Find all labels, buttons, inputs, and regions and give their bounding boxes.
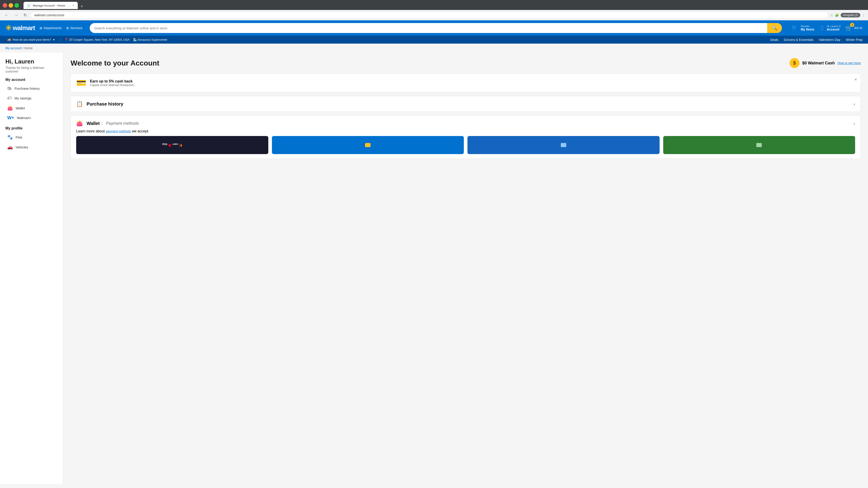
grocery-link[interactable]: Grocery & Essentials	[784, 38, 813, 41]
account-greeting: Hi, Lauren D	[827, 25, 841, 28]
promo-close-button[interactable]: ×	[855, 77, 857, 82]
greeting-name: Hi, Lauren	[5, 58, 58, 65]
menu-icon[interactable]: ⋮	[862, 13, 865, 17]
payment-card-4	[663, 136, 855, 154]
tab-title: Manage Account - Home - Wa...	[33, 4, 71, 7]
purchase-history-label: Purchase history	[14, 87, 40, 90]
delivery-label: How do you want your items?	[13, 38, 51, 41]
active-tab[interactable]: 🛒 Manage Account - Home - Wa... ×	[24, 2, 78, 9]
wallet-card-icon: 👛	[76, 120, 83, 127]
breadcrumb-parent[interactable]: My account	[5, 46, 22, 50]
promo-title: Earn up to 5% cash back	[90, 79, 136, 84]
walmart-logo-text: walmart	[13, 24, 35, 32]
disc-logo: ◑	[179, 143, 182, 147]
walmart-logo[interactable]: ✳ walmart	[5, 24, 35, 32]
wallet-chevron-icon: ›	[854, 121, 855, 126]
promo-sub: Capital One® Walmart Rewards®...	[90, 84, 136, 87]
my-profile-section-title: My profile	[5, 126, 58, 130]
promo-card-icon: 💳	[76, 78, 86, 88]
wallet-card: 👛 Wallet | Payment methods › Learn more …	[70, 116, 861, 159]
back-button[interactable]: ←	[3, 12, 10, 19]
main-layout: Hi, Lauren Thanks for being a Walmart cu…	[0, 53, 868, 484]
wallet-body: Learn more about payment methods we acce…	[71, 129, 861, 159]
bookmark-icon[interactable]: ☆	[830, 13, 833, 17]
search-button[interactable]: 🔍	[767, 23, 782, 33]
winter-link[interactable]: Winter Prep	[846, 38, 863, 41]
departments-grid-icon: ⊞	[39, 26, 42, 30]
departments-label: Departments	[43, 26, 62, 30]
walmart-cash-widget: $ $0 Walmart Cash How to get more	[789, 58, 861, 68]
valentines-link[interactable]: Valentine's Day	[819, 38, 840, 41]
purchase-history-section[interactable]: 📋 Purchase history ›	[71, 96, 861, 111]
window-maximize-btn[interactable]	[14, 3, 19, 8]
card-logos: VISA ◉ AMEX ◑	[162, 143, 182, 147]
account-action[interactable]: 👤 Hi, Lauren D Account	[819, 25, 841, 31]
sidebar-item-pets[interactable]: 🐾 Pets	[5, 132, 58, 142]
sidebar-item-wallet[interactable]: 👛 Wallet	[5, 103, 58, 113]
payment-methods-link[interactable]: payment methods	[106, 129, 131, 133]
payment-card-1: VISA ◉ AMEX ◑	[76, 136, 268, 154]
payment-methods: VISA ◉ AMEX ◑	[76, 136, 855, 154]
content-header: Welcome to your Account $ $0 Walmart Cas…	[70, 58, 861, 68]
reorder-label: Reorder	[801, 25, 814, 28]
payment-card-3	[467, 136, 659, 154]
departments-nav[interactable]: ⊞ Departments	[39, 26, 62, 30]
cash-coin-icon: $	[789, 58, 800, 68]
refresh-button[interactable]: ↻	[22, 12, 29, 19]
wallet-label: Wallet	[16, 106, 25, 110]
store-icon: 🏪	[133, 38, 137, 41]
new-tab-btn[interactable]: +	[79, 4, 85, 9]
cart-icon-wrapper: 🛒 3	[845, 25, 852, 32]
sidebar-item-walmart-plus[interactable]: W+ Walmart+	[5, 113, 58, 123]
sub-nav-links: Deals Grocery & Essentials Valentine's D…	[770, 38, 863, 41]
sidebar-item-vehicles[interactable]: 🚗 Vehicles	[5, 142, 58, 152]
card-chip-icon-2	[561, 143, 566, 147]
purchase-history-chevron-icon: ›	[854, 101, 855, 107]
sidebar-item-my-savings[interactable]: 🏷 My savings	[5, 93, 58, 103]
pets-label: Pets	[16, 135, 22, 139]
user-greeting: Hi, Lauren Thanks for being a Walmart cu…	[5, 58, 58, 73]
cart-action[interactable]: 🛒 3 $32.91	[845, 25, 863, 32]
chevron-down-icon: ▾	[53, 38, 55, 41]
reorder-action[interactable]: Reorder My Items	[801, 25, 814, 31]
promo-card-inner: 💳 Earn up to 5% cash back Capital One® W…	[71, 74, 861, 92]
store-info[interactable]: 🏪 Secaucus Supercenter	[133, 38, 167, 41]
forward-button[interactable]: →	[12, 12, 20, 19]
search-bar: 🔍	[90, 23, 782, 33]
purchase-history-card[interactable]: 📋 Purchase history ›	[70, 96, 861, 112]
cart-total: $32.91	[854, 26, 863, 30]
promo-card-content: Earn up to 5% cash back Capital One® Wal…	[90, 79, 136, 87]
tab-favicon: 🛒	[27, 4, 31, 7]
vehicles-label: Vehicles	[16, 145, 28, 149]
walmart-header: ✳ walmart ⊞ Departments ⊞ Services 🔍 ♡ R…	[0, 20, 868, 36]
window-minimize-btn[interactable]	[8, 3, 13, 8]
location-info[interactable]: 📍 20 Cooper Square, New York, NY 10003, …	[65, 38, 129, 41]
search-input[interactable]	[90, 23, 767, 33]
purchase-history-card-title: Purchase history	[87, 101, 123, 107]
purchase-history-card-icon: 📋	[76, 101, 83, 107]
wishlist-action[interactable]: ♡	[792, 25, 796, 31]
reorder-sub: My Items	[801, 28, 814, 31]
how-to-get-more-link[interactable]: How to get more	[837, 61, 861, 65]
amex-logo: AMEX	[172, 143, 178, 147]
browser-toolbar: ← → ↻ walmart.com/account ☆ 🧩 Incognito …	[0, 10, 868, 20]
sidebar-item-purchase-history[interactable]: 🛍 Purchase history	[5, 84, 58, 93]
payment-card-2	[272, 136, 464, 154]
deals-link[interactable]: Deals	[770, 38, 778, 41]
walmart-plus-icon: W+	[7, 115, 14, 121]
breadcrumb: My account / Home	[0, 43, 868, 53]
window-close-btn[interactable]	[3, 3, 7, 8]
delivery-button[interactable]: 🚚 How do you want your items? ▾	[5, 37, 57, 42]
wallet-icon: 👛	[7, 105, 13, 111]
promo-card: 💳 Earn up to 5% cash back Capital One® W…	[70, 73, 861, 92]
visa-logo: VISA	[162, 143, 167, 147]
wallet-card-header[interactable]: 👛 Wallet | Payment methods ›	[71, 116, 861, 129]
sidebar: Hi, Lauren Thanks for being a Walmart cu…	[0, 53, 63, 484]
walmart-plus-label: Walmart+	[17, 116, 31, 120]
address-bar[interactable]: walmart.com/account	[31, 12, 829, 19]
tab-close-btn[interactable]: ×	[72, 4, 74, 7]
header-actions: ♡ Reorder My Items 👤 Hi, Lauren D Accoun…	[792, 25, 863, 32]
incognito-badge[interactable]: Incognito (2)	[841, 13, 860, 18]
extensions-icon[interactable]: 🧩	[835, 13, 839, 17]
services-nav[interactable]: ⊞ Services	[66, 26, 83, 30]
